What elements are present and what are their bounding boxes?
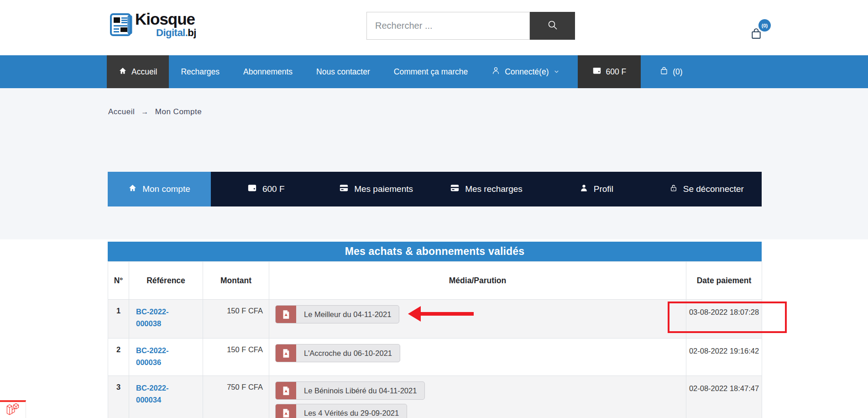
amount-cell: 150 F CFA bbox=[203, 300, 269, 339]
row-number: 3 bbox=[108, 376, 129, 418]
tab-se-deconnecter[interactable]: Se déconnecter bbox=[652, 172, 762, 206]
purchases-section: Mes achats & abonnements validés N° Réfé… bbox=[0, 239, 868, 418]
breadcrumb-separator: → bbox=[141, 108, 149, 116]
newspaper-logo-icon bbox=[110, 11, 133, 39]
pdf-file-icon bbox=[276, 404, 296, 418]
table-row: 1 BC-2022-000038 150 F CFA bbox=[108, 300, 762, 339]
wallet-icon bbox=[592, 67, 601, 77]
tab-solde[interactable]: 600 F bbox=[211, 172, 321, 206]
nav-item-cart[interactable]: (0) bbox=[648, 55, 694, 88]
breadcrumb-current: Mon Compte bbox=[155, 107, 202, 116]
row-number: 2 bbox=[108, 339, 129, 376]
nav-item-balance[interactable]: 600 F bbox=[578, 55, 641, 88]
payment-date-cell: 02-08-2022 18:47:47 bbox=[686, 376, 762, 418]
nav-item-connecte[interactable]: Connecté(e) bbox=[480, 55, 571, 88]
user-icon bbox=[492, 66, 500, 77]
account-tabbar: Mon compte 600 F Mes paiements bbox=[108, 172, 762, 206]
reference-link[interactable]: BC-2022-000034 bbox=[136, 382, 180, 406]
breadcrumb: Accueil → Mon Compte bbox=[108, 107, 202, 116]
home-icon bbox=[128, 184, 137, 195]
pdf-file-icon bbox=[276, 382, 296, 399]
laravel-icon bbox=[6, 402, 20, 418]
pdf-file-icon bbox=[276, 306, 296, 323]
col-header-media: Média/Parution bbox=[269, 262, 686, 300]
table-row: 2 BC-2022-000036 150 F CFA bbox=[108, 339, 762, 376]
col-header-num: N° bbox=[108, 262, 129, 300]
pdf-download-button[interactable]: Le Meilleur du 04-11-2021 bbox=[275, 305, 399, 323]
col-header-montant: Montant bbox=[203, 262, 269, 300]
pdf-file-icon bbox=[276, 344, 296, 362]
table-title: Mes achats & abonnements validés bbox=[108, 242, 762, 261]
wallet-icon bbox=[247, 184, 257, 195]
col-header-reference: Référence bbox=[129, 262, 203, 300]
search-button[interactable] bbox=[530, 12, 575, 40]
user-icon bbox=[580, 184, 588, 195]
breadcrumb-home-link[interactable]: Accueil bbox=[108, 107, 135, 116]
reference-link[interactable]: BC-2022-000036 bbox=[136, 344, 180, 369]
header-cart[interactable]: (0) bbox=[749, 19, 771, 41]
nav-item-recharges[interactable]: Recharges bbox=[169, 55, 231, 88]
search-input[interactable] bbox=[366, 12, 530, 40]
reference-link[interactable]: BC-2022-000038 bbox=[136, 306, 180, 330]
row-number: 1 bbox=[108, 300, 129, 339]
laravel-debugbar-toggle[interactable] bbox=[0, 400, 26, 418]
pdf-download-button[interactable]: L'Accroche du 06-10-2021 bbox=[275, 344, 400, 362]
main-nav: Accueil Recharges Abonnements Nous conta… bbox=[0, 55, 868, 88]
shopping-bag-icon bbox=[660, 67, 668, 77]
amount-cell: 150 F CFA bbox=[203, 339, 269, 376]
nav-item-abonnements[interactable]: Abonnements bbox=[231, 55, 304, 88]
nav-item-comment-ca-marche[interactable]: Comment ça marche bbox=[382, 55, 480, 88]
tab-mes-recharges[interactable]: Mes recharges bbox=[431, 172, 541, 206]
credit-card-icon bbox=[450, 184, 460, 195]
home-icon bbox=[119, 67, 127, 77]
pdf-download-button[interactable]: Les 4 Vérités du 29-09-2021 bbox=[275, 404, 407, 418]
tab-profil[interactable]: Profil bbox=[541, 172, 651, 206]
payment-date-cell: 03-08-2022 18:07:28 bbox=[686, 300, 762, 339]
page-subheader: Accueil → Mon Compte Mon compte 600 F bbox=[0, 88, 868, 239]
payment-date-cell: 02-08-2022 19:16:42 bbox=[686, 339, 762, 376]
lock-icon bbox=[669, 184, 678, 195]
nav-item-accueil[interactable]: Accueil bbox=[107, 55, 169, 88]
search-bar bbox=[366, 12, 575, 40]
pdf-download-button[interactable]: Le Béninois Libéré du 04-11-2021 bbox=[275, 381, 425, 400]
table-row: 3 BC-2022-000034 750 F CFA bbox=[108, 376, 762, 418]
col-header-date: Date paiement bbox=[686, 262, 762, 300]
logo-subtitle: Digital.bj bbox=[135, 28, 196, 38]
nav-item-nous-contacter[interactable]: Nous contacter bbox=[304, 55, 382, 88]
cart-count-badge: (0) bbox=[758, 19, 771, 32]
tab-mes-paiements[interactable]: Mes paiements bbox=[321, 172, 431, 206]
chevron-down-icon bbox=[554, 67, 559, 77]
amount-cell: 750 F CFA bbox=[203, 376, 269, 418]
logo-title: Kiosque bbox=[135, 11, 196, 27]
search-icon bbox=[547, 20, 558, 32]
credit-card-icon bbox=[339, 184, 349, 195]
table-header-row: N° Référence Montant Média/Parution Date… bbox=[108, 262, 762, 300]
purchases-table: N° Référence Montant Média/Parution Date… bbox=[108, 261, 762, 418]
tab-mon-compte[interactable]: Mon compte bbox=[108, 172, 211, 206]
site-header: Kiosque Digital.bj (0) bbox=[0, 0, 868, 55]
site-logo[interactable]: Kiosque Digital.bj bbox=[110, 11, 196, 39]
